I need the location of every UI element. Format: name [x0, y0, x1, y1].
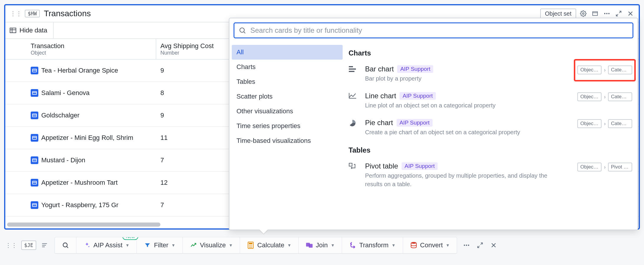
- card-tag[interactable]: Object…: [577, 66, 602, 74]
- card-tag[interactable]: Categ…: [608, 66, 632, 74]
- card-tag[interactable]: Pivot t…: [608, 163, 632, 171]
- category-item[interactable]: Time series properties: [232, 119, 343, 133]
- chevron-down-icon: ▼: [125, 243, 129, 248]
- group-heading: Tables: [347, 142, 633, 158]
- more-icon[interactable]: [602, 9, 612, 18]
- row-cost: 11: [156, 134, 233, 142]
- card-tag[interactable]: Categ…: [608, 119, 632, 128]
- convert-icon: [410, 242, 417, 249]
- convert-button[interactable]: Convert ▼: [403, 237, 457, 253]
- more-icon[interactable]: [462, 241, 471, 250]
- svg-point-38: [63, 243, 67, 247]
- category-list: AllChartsTablesScatter plotsOther visual…: [229, 42, 345, 230]
- svg-rect-41: [249, 243, 252, 244]
- search-icon: [62, 242, 69, 249]
- card-option-desc: Line plot of an object set on a categori…: [365, 101, 548, 110]
- close-icon[interactable]: [489, 241, 498, 250]
- category-item[interactable]: Other visualizations: [232, 104, 343, 119]
- svg-rect-29: [349, 68, 356, 70]
- chevron-down-icon: ▼: [392, 243, 396, 248]
- hide-data-label: Hide data: [19, 27, 47, 34]
- card-option-title: Line chart: [365, 92, 396, 100]
- gear-icon[interactable]: [579, 9, 588, 18]
- visualize-icon: [190, 242, 197, 248]
- horizontal-scrollbar[interactable]: [7, 223, 160, 227]
- row-cost: 7: [156, 156, 233, 164]
- aip-icon: [83, 242, 91, 248]
- chevron-right-icon: ›: [604, 164, 606, 170]
- card-title: Transactions: [44, 9, 91, 18]
- var-badge[interactable]: $HW: [25, 10, 40, 17]
- svg-rect-10: [10, 28, 16, 33]
- card-tags: Object…›Pivot t…: [577, 162, 632, 171]
- action-label: Convert: [420, 241, 443, 249]
- card-results: Charts Bar chart AIP Support Bar plot by…: [345, 42, 638, 230]
- var-badge-je[interactable]: $JE: [21, 241, 36, 250]
- join-button[interactable]: Join ▼: [299, 237, 342, 253]
- row-cost: 8: [156, 89, 233, 97]
- card-option[interactable]: Bar chart AIP Support Bar plot by a prop…: [347, 61, 633, 88]
- action-label: Join: [316, 241, 328, 249]
- category-item[interactable]: Scatter plots: [232, 89, 343, 104]
- aip-button[interactable]: AIP Assist ▼ New: [76, 237, 137, 253]
- card-tag[interactable]: Categ…: [608, 92, 632, 101]
- category-item[interactable]: Tables: [232, 74, 343, 89]
- calculate-icon: [247, 242, 254, 249]
- object-icon: [31, 134, 38, 142]
- svg-line-7: [616, 14, 618, 16]
- card-option[interactable]: Pivot table AIP Support Perform aggregat…: [347, 158, 633, 194]
- bar-chart-icon: [349, 65, 360, 72]
- hide-data-tab[interactable]: Hide data: [5, 22, 54, 38]
- action-label: Calculate: [257, 241, 284, 249]
- close-icon[interactable]: [626, 9, 635, 18]
- card-option[interactable]: Pie chart AIP Support Create a pie chart…: [347, 115, 633, 142]
- pivot-chart-icon: [349, 162, 360, 170]
- search-button[interactable]: [55, 237, 76, 253]
- svg-point-46: [250, 247, 251, 248]
- search-box[interactable]: [234, 22, 633, 38]
- expand-icon[interactable]: [475, 241, 485, 250]
- transform-button[interactable]: Transform ▼: [342, 237, 403, 253]
- drag-handle-icon[interactable]: ⋮⋮: [4, 242, 18, 249]
- visualize-button[interactable]: Visualize ▼: [183, 237, 240, 253]
- row-cost: 7: [156, 201, 233, 209]
- chevron-right-icon: ›: [604, 94, 606, 100]
- search-input[interactable]: [250, 26, 628, 35]
- svg-point-27: [240, 28, 244, 32]
- card-option-title: Pivot table: [365, 162, 398, 170]
- layout-icon[interactable]: [590, 9, 600, 18]
- svg-line-28: [244, 32, 245, 33]
- svg-rect-49: [309, 244, 313, 248]
- row-name: Appetizer - Mini Egg Roll, Shrim: [41, 134, 133, 142]
- object-icon: [31, 89, 38, 97]
- popover-arrow-icon: [259, 230, 268, 234]
- expand-icon[interactable]: [614, 9, 623, 18]
- svg-point-45: [249, 247, 250, 248]
- svg-point-43: [250, 245, 251, 246]
- category-item[interactable]: Time-based visualizations: [232, 133, 343, 148]
- card-option-desc: Bar plot by a property: [365, 74, 548, 83]
- category-item[interactable]: Charts: [232, 60, 343, 74]
- svg-point-52: [466, 245, 467, 246]
- row-cost: 12: [156, 179, 233, 187]
- object-set-button[interactable]: Object set: [540, 9, 576, 19]
- bottom-toolbar: ⋮⋮ $JE AIP Assist ▼ New Filter ▼ Visuali…: [4, 235, 640, 256]
- svg-point-44: [252, 245, 252, 246]
- col-head-cost[interactable]: Avg Shipping Cost Number: [156, 39, 233, 59]
- card-option[interactable]: Line chart AIP Support Line plot of an o…: [347, 88, 633, 115]
- card-tag[interactable]: Object…: [577, 163, 602, 171]
- calculate-button[interactable]: Calculate ▼: [240, 237, 299, 253]
- row-name: Appetizer - Mushroom Tart: [41, 179, 118, 187]
- card-tag[interactable]: Object…: [577, 119, 602, 128]
- row-cost: 9: [156, 112, 233, 119]
- filter-button[interactable]: Filter ▼: [137, 237, 183, 253]
- line-chart-icon: [349, 92, 360, 99]
- col-head-transaction[interactable]: Transaction Object: [27, 39, 156, 59]
- drag-handle-icon[interactable]: ⋮⋮: [9, 10, 23, 17]
- card-tag[interactable]: Object…: [577, 92, 602, 101]
- row-cost: 9: [156, 67, 233, 74]
- category-item[interactable]: All: [232, 45, 343, 60]
- group-heading: Charts: [347, 45, 633, 61]
- search-icon: [239, 27, 246, 34]
- list-icon[interactable]: [40, 241, 49, 250]
